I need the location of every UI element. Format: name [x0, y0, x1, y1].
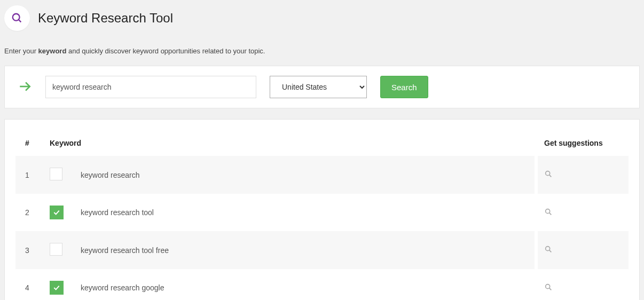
search-panel: United States Search: [4, 66, 640, 108]
svg-line-4: [549, 175, 552, 177]
table-row: 4 keyword research google: [15, 269, 629, 300]
row-checkbox[interactable]: [50, 281, 64, 295]
svg-line-10: [549, 288, 552, 290]
row-checkbox[interactable]: [50, 206, 64, 219]
svg-point-0: [13, 14, 20, 21]
arrow-right-icon: [18, 80, 32, 95]
row-keyword: keyword research google: [74, 269, 535, 300]
row-num: 4: [15, 269, 48, 300]
page-title: Keyword Research Tool: [38, 11, 173, 26]
results-panel: # Keyword Get suggestions 1 keyword rese…: [4, 119, 640, 300]
svg-point-5: [546, 209, 550, 213]
svg-line-8: [549, 250, 552, 252]
svg-point-7: [546, 247, 550, 251]
results-table: # Keyword Get suggestions 1 keyword rese…: [15, 130, 629, 300]
keyword-input[interactable]: [45, 76, 256, 98]
svg-line-1: [19, 20, 21, 22]
magnifier-icon[interactable]: [544, 285, 553, 293]
col-header-keyword: Keyword: [48, 130, 535, 156]
col-header-suggestions: Get suggestions: [538, 130, 629, 156]
row-checkbox[interactable]: [50, 243, 62, 256]
page-description: Enter your keyword and quickly discover …: [4, 47, 640, 55]
row-keyword: keyword research tool free: [74, 231, 535, 269]
row-num: 1: [15, 156, 48, 194]
table-row: 3 keyword research tool free: [15, 231, 629, 269]
desc-bold: keyword: [38, 47, 67, 55]
row-num: 3: [15, 231, 48, 269]
country-select[interactable]: United States: [270, 76, 367, 98]
col-header-num: #: [15, 130, 48, 156]
table-row: 1 keyword research: [15, 156, 629, 194]
search-button[interactable]: Search: [380, 76, 428, 98]
row-checkbox[interactable]: [50, 168, 62, 180]
svg-point-3: [546, 171, 550, 176]
svg-point-9: [546, 284, 550, 288]
desc-suffix: and quickly discover keyword opportuniti…: [66, 47, 265, 55]
search-icon: [4, 5, 30, 31]
svg-line-6: [549, 212, 552, 215]
magnifier-icon[interactable]: [544, 247, 553, 255]
page-header: Keyword Research Tool: [4, 5, 640, 31]
magnifier-icon[interactable]: [544, 171, 553, 180]
row-keyword: keyword research: [74, 156, 535, 194]
table-row: 2 keyword research tool: [15, 194, 629, 231]
row-num: 2: [15, 194, 48, 231]
row-keyword: keyword research tool: [74, 194, 535, 231]
magnifier-icon[interactable]: [544, 209, 553, 218]
desc-prefix: Enter your: [4, 47, 38, 55]
